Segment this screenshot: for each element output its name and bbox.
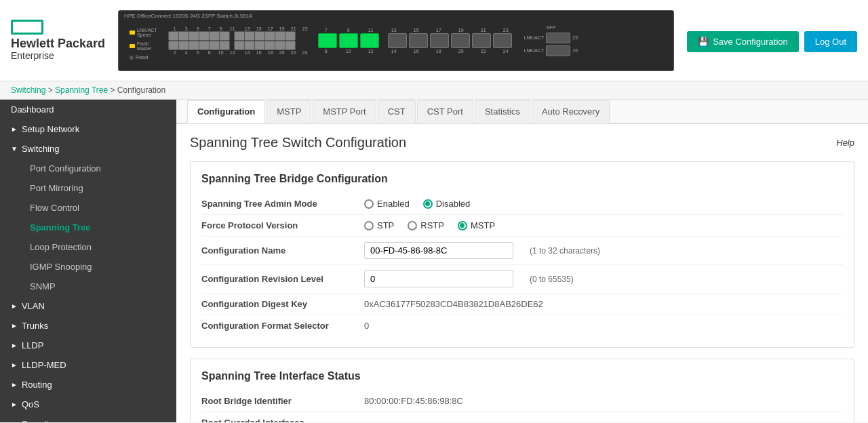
sidebar-item-port-mirroring-label: Port Mirroring [30,183,83,193]
protocol-stp-label: STP [377,220,394,230]
protocol-stp-option[interactable]: STP [364,220,394,230]
page-content: Spanning Tree Switch Configuration Help … [176,124,868,422]
port-num-7: 7 [204,26,215,31]
sidebar-item-vlan-label: VLAN [22,301,45,311]
sidebar-item-spanning-tree-label: Spanning Tree [30,222,91,233]
sidebar-item-port-configuration-label: Port Configuration [30,163,101,174]
sidebar: Dashboard ► Setup Network ▼ Switching Po… [0,100,176,422]
sidebar-item-qos-label: QoS [22,399,39,409]
header: Hewlett Packard Enterprise HPE OfficeCon… [0,0,868,81]
sidebar-item-dashboard-label: Dashboard [11,104,54,115]
tab-cst[interactable]: CST [378,100,416,123]
sidebar-item-lldp-label: LLDP [22,340,44,350]
tab-statistics[interactable]: Statistics [475,100,530,123]
config-format-label: Configuration Format Selector [201,321,364,331]
save-configuration-button[interactable]: 💾 Save Configuration [687,31,799,52]
port-num-11: 11 [227,26,238,31]
sidebar-item-security[interactable]: ► Security [0,414,176,422]
config-name-value: (1 to 32 characters) [364,242,843,259]
sidebar-item-igmp-snooping-label: IGMP Snooping [30,262,92,272]
port-num-5: 5 [193,26,203,31]
port-9 [210,32,219,40]
protocol-stp-radio[interactable] [364,221,374,230]
protocol-mstp-radio[interactable] [458,221,467,230]
logout-button[interactable]: Log Out [804,31,857,52]
logo-text-enterprise: Enterprise [11,50,105,61]
root-guarded-row: Root Guarded Interfaces [201,412,843,422]
force-protocol-value: STP RSTP MSTP [364,220,843,230]
sidebar-item-trunks[interactable]: ► Trunks [0,316,176,336]
sidebar-item-dashboard[interactable]: Dashboard [0,100,176,119]
breadcrumb-configuration: Configuration [117,85,165,95]
config-revision-input[interactable] [364,270,513,287]
content-area: Configuration MSTP MSTP Port CST CST Por… [176,100,868,422]
lnk-act-label: LNK/ACTSpeed [137,28,157,37]
config-name-label: Configuration Name [201,245,364,256]
tab-bar: Configuration MSTP MSTP Port CST CST Por… [176,100,868,124]
protocol-rstp-label: RSTP [420,220,444,230]
admin-mode-disabled-radio[interactable] [423,199,433,209]
protocol-rstp-radio[interactable] [408,221,417,230]
config-revision-hint: (0 to 65535) [530,275,574,284]
chevron-right-icon: ► [11,125,18,133]
sidebar-item-flow-control[interactable]: Flow Control [0,198,176,218]
switch-diagram: HPE OfficeConnect 1920S 24G 2SFP Switch … [118,10,674,71]
sidebar-item-lldp-med[interactable]: ► LLDP-MED [0,355,176,375]
admin-mode-label: Spanning Tree Admin Mode [201,199,364,209]
admin-mode-enabled-option[interactable]: Enabled [364,199,410,209]
sidebar-item-lldp[interactable]: ► LLDP [0,336,176,355]
protocol-mstp-option[interactable]: MSTP [458,220,495,230]
protocol-mstp-label: MSTP [471,220,495,230]
help-link[interactable]: Help [836,138,854,148]
sidebar-item-igmp-snooping[interactable]: IGMP Snooping [0,257,176,277]
save-icon: 💾 [698,37,709,47]
page-title: Spanning Tree Switch Configuration [190,135,406,150]
bridge-config-section: Spanning Tree Bridge Configuration Spann… [190,161,854,348]
sidebar-item-qos[interactable]: ► QoS [0,395,176,414]
tab-mstp-port[interactable]: MSTP Port [313,100,376,123]
admin-mode-disabled-label: Disabled [436,199,471,209]
admin-mode-enabled-label: Enabled [377,199,410,209]
root-bridge-row: Root Bridge Identifier 80:00:00:FD:45:86… [201,390,843,412]
protocol-rstp-option[interactable]: RSTP [408,220,444,230]
config-digest-row: Configuration Digest Key 0xAC36177F50283… [201,294,843,315]
chevron-right-icon-qos: ► [11,401,18,408]
sidebar-item-routing[interactable]: ► Routing [0,375,176,395]
logo-area: Hewlett Packard Enterprise [11,20,105,62]
sidebar-item-spanning-tree[interactable]: Spanning Tree [0,218,176,237]
sidebar-item-loop-protection[interactable]: Loop Protection [0,237,176,257]
port-7 [199,32,209,40]
sidebar-item-port-configuration[interactable]: Port Configuration [0,159,176,178]
breadcrumb-switching[interactable]: Switching [11,85,45,95]
admin-mode-enabled-radio[interactable] [364,199,374,209]
sidebar-item-switching[interactable]: ▼ Switching [0,139,176,159]
fault-label: Fault/Master [137,41,151,51]
sidebar-item-loop-protection-label: Loop Protection [30,242,92,252]
fault-led [130,44,135,48]
root-bridge-value: 80:00:00:FD:45:86:98:8C [364,396,843,406]
config-digest-label: Configuration Digest Key [201,299,364,309]
tab-configuration[interactable]: Configuration [187,100,265,123]
sidebar-item-vlan[interactable]: ► VLAN [0,296,176,316]
port-num-3: 3 [181,26,192,31]
switch-name-label: HPE OfficeConnect 1920S 24G 2SFP Switch … [124,13,252,19]
config-name-input[interactable] [364,242,513,259]
sidebar-item-port-mirroring[interactable]: Port Mirroring [0,178,176,198]
tab-auto-recovery[interactable]: Auto Recovery [532,100,610,123]
port-1 [169,32,178,40]
tab-cst-port[interactable]: CST Port [417,100,473,123]
sidebar-item-setup-network[interactable]: ► Setup Network [0,119,176,139]
chevron-down-icon: ▼ [11,145,18,153]
sidebar-item-snmp[interactable]: SNMP [0,277,176,296]
admin-mode-value: Enabled Disabled [364,199,843,209]
config-format-text: 0 [364,321,369,331]
bridge-config-title: Spanning Tree Bridge Configuration [201,173,843,185]
admin-mode-disabled-option[interactable]: Disabled [423,199,471,209]
root-guarded-label: Root Guarded Interfaces [201,418,364,422]
config-format-row: Configuration Format Selector 0 [201,315,843,336]
config-digest-text: 0xAC36177F50283CD4B83821D8AB26DE62 [364,299,543,309]
breadcrumb-spanning-tree[interactable]: Spanning Tree [55,85,108,95]
lnk-act-led [130,31,135,35]
tab-mstp[interactable]: MSTP [267,100,311,123]
root-bridge-label: Root Bridge Identifier [201,396,364,406]
